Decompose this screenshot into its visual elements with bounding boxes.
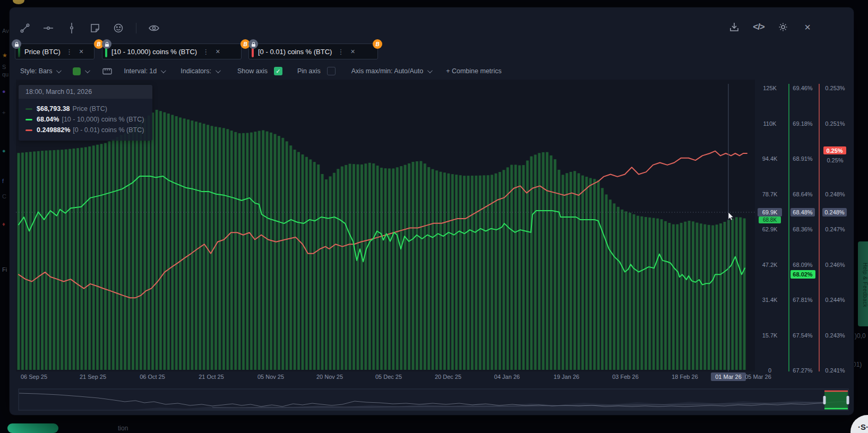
trend-line-tool-icon[interactable] <box>19 22 31 34</box>
tab-0-001-coins[interactable]: B B [0 - 0.01) coins % (BTC) ⋮ × <box>248 44 378 59</box>
tab-label: [10 - 10,000) coins % (BTC) <box>111 48 197 56</box>
bg-rail-item: Fi <box>2 266 7 273</box>
help-feedback-tab[interactable]: Help & Feedback <box>858 241 868 326</box>
checkbox-unchecked-icon[interactable] <box>327 67 336 75</box>
indicators-dropdown[interactable]: Indicators: <box>181 67 219 75</box>
tooltip-series-name: [10 - 10,000) coins % (BTC) <box>62 116 144 123</box>
axis-maxmin-label: Axis max/min: Auto/Auto <box>351 67 423 75</box>
series-dash-icon <box>25 108 32 110</box>
combine-metrics-label: + Combine metrics <box>446 67 502 75</box>
bg-rail-item: ● <box>2 88 6 94</box>
tooltip-value: 68.04% <box>37 116 59 123</box>
gear-icon[interactable] <box>777 21 789 33</box>
download-icon[interactable] <box>728 21 740 33</box>
scale-ruler-button[interactable] <box>102 68 112 75</box>
lock-icon <box>102 39 111 49</box>
bg-rail-item: f <box>2 178 4 184</box>
style-dropdown[interactable]: Style: Bars <box>20 67 60 75</box>
emoji-tool-icon[interactable] <box>113 22 124 34</box>
tooltip-series-name: [0 - 0.01) coins % (BTC) <box>73 126 144 134</box>
tab-menu-icon[interactable]: ⋮ <box>66 48 73 56</box>
tab-label: Price (BTC) <box>24 48 61 56</box>
show-axis-label: Show axis <box>237 67 268 75</box>
tab-menu-icon[interactable]: ⋮ <box>337 48 344 56</box>
series-dash-icon <box>25 119 32 120</box>
axis-maxmin-dropdown[interactable]: Axis max/min: Auto/Auto <box>351 67 431 75</box>
tooltip-series-name: Price (BTC) <box>73 105 107 112</box>
style-label: Style: Bars <box>20 67 52 75</box>
lock-icon <box>248 39 258 49</box>
tooltip-value: 0.249882% <box>37 126 70 134</box>
series-color-swatch <box>73 67 81 75</box>
bg-pill-button <box>7 423 58 433</box>
bitcoin-icon: B <box>373 39 382 49</box>
horizontal-line-tool-icon[interactable] <box>42 22 54 34</box>
chevron-down-icon <box>161 68 166 73</box>
tooltip-timestamp: 18:00, March 01, 2026 <box>19 85 152 99</box>
site-logo: ·S· <box>850 415 868 433</box>
checkbox-checked-icon[interactable]: ✓ <box>274 67 282 75</box>
tab-close-icon[interactable]: × <box>79 47 83 56</box>
tooltip-row-green: 68.04% [10 - 10,000) coins % (BTC) <box>25 114 147 125</box>
lock-icon <box>12 39 21 49</box>
series-dash-icon <box>25 129 32 131</box>
tab-price-btc[interactable]: Price (BTC) ⋮ × <box>15 44 94 59</box>
interval-label: Interval: 1d <box>124 67 157 75</box>
bg-rail-item: C <box>2 193 6 200</box>
bg-text-fragment: tion <box>118 425 128 432</box>
close-icon[interactable]: × <box>802 21 813 33</box>
chevron-down-icon <box>216 68 221 73</box>
note-tool-icon[interactable] <box>89 22 101 34</box>
tab-close-icon[interactable]: × <box>350 47 355 56</box>
tab-close-icon[interactable]: × <box>216 47 220 56</box>
tab-10-10000-coins[interactable]: B [10 - 10,000) coins % (BTC) ⋮ × <box>102 44 242 59</box>
embed-code-icon[interactable]: </> <box>753 21 764 33</box>
bg-text-fragment: 01) <box>853 361 862 368</box>
chart-tooltip: 18:00, March 01, 2026 $68,793.38 Price (… <box>19 85 152 141</box>
chevron-down-icon <box>85 68 90 73</box>
bg-rail-item: + <box>2 109 5 116</box>
pin-axis-toggle[interactable]: Pin axis <box>297 67 336 75</box>
tooltip-row-red: 0.249882% [0 - 0.01) coins % (BTC) <box>25 125 147 135</box>
combine-metrics-button[interactable]: + Combine metrics <box>446 67 502 75</box>
tab-label: [0 - 0.01) coins % (BTC) <box>258 48 332 56</box>
bg-blob <box>13 0 24 4</box>
chevron-down-icon <box>427 68 433 73</box>
bg-rail-item: ♦ <box>2 221 5 227</box>
show-axis-toggle[interactable]: Show axis ✓ <box>237 67 282 75</box>
bg-rail-item: ● <box>2 148 6 154</box>
vertical-line-tool-icon[interactable] <box>66 22 78 34</box>
toolbar-divider <box>136 23 136 33</box>
indicators-label: Indicators: <box>181 67 211 75</box>
chevron-down-icon <box>56 68 62 73</box>
pin-axis-label: Pin axis <box>297 67 321 75</box>
interval-dropdown[interactable]: Interval: 1d <box>124 67 165 75</box>
color-swatch-dropdown[interactable] <box>73 67 89 75</box>
eye-tool-icon[interactable] <box>148 22 160 34</box>
bg-rail-item: ★ <box>2 52 7 59</box>
bg-rail-item: Av <box>2 28 9 34</box>
bg-rail-item: qu <box>2 71 8 77</box>
tooltip-value: $68,793.38 <box>37 105 70 112</box>
bg-text-fragment: )0,0 <box>855 332 866 340</box>
tooltip-row-price: $68,793.38 Price (BTC) <box>25 103 147 114</box>
tab-menu-icon[interactable]: ⋮ <box>202 48 209 56</box>
bg-rail-item: S <box>2 64 6 70</box>
